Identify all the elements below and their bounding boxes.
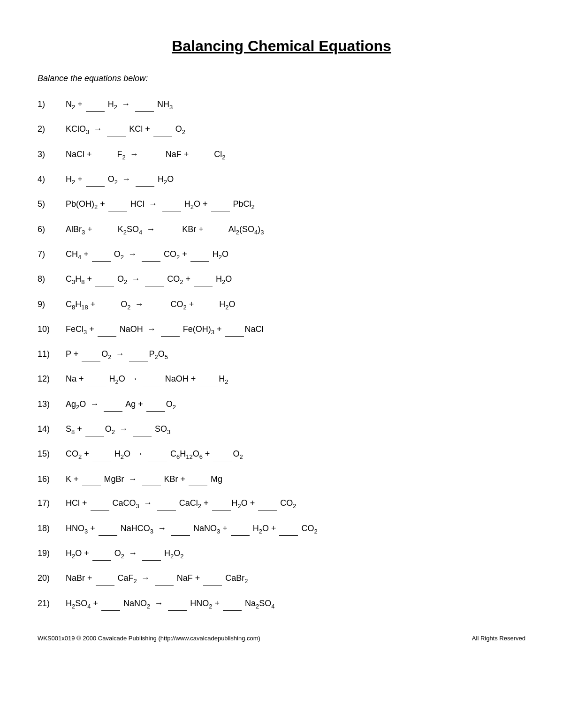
equation-number: 10) [38,323,66,336]
equation-number: 9) [38,298,66,311]
footer-right: All Rights Reserved [472,635,525,642]
equation-item: 13)Ag2O → Ag + O2 [38,398,525,412]
equation-content: NaCl + F2 → NaF + Cl2 [66,148,226,162]
equation-content: Pb(OH)2 + HCl → H2O + PbCl2 [66,197,255,212]
equation-item: 21)H2SO4 + NaNO2 → HNO2 + Na2SO4 [38,597,525,611]
equation-number: 17) [38,496,66,510]
equation-number: 5) [38,197,66,211]
equation-number: 2) [38,122,66,136]
page-title: Balancing Chemical Equations [38,38,525,55]
equation-number: 19) [38,547,66,560]
equation-number: 3) [38,148,66,161]
equation-content: P + O2 → P2O5 [66,347,168,362]
equation-content: CH4 + O2 → CO2 + H2O [66,248,228,262]
equation-number: 15) [38,447,66,461]
subtitle: Balance the equations below: [38,74,525,83]
equation-item: 8)C3H8 + O2 → CO2 + H2O [38,272,525,287]
equation-number: 1) [38,98,66,111]
equation-item: 14)S8 + O2 → SO3 [38,422,525,437]
equation-item: 11)P + O2 → P2O5 [38,347,525,362]
equation-number: 13) [38,398,66,411]
equation-item: 6)AlBr3 + K2SO4 → KBr + Al2(SO4)3 [38,223,525,237]
equation-content: NaBr + CaF2 → NaF + CaBr2 [66,571,248,586]
equation-number: 21) [38,597,66,610]
equation-item: 4)H2 + O2 → H2O [38,173,525,187]
equation-content: S8 + O2 → SO3 [66,422,170,437]
page-container: Balancing Chemical Equations Balance the… [38,38,525,642]
equation-number: 7) [38,248,66,261]
equation-content: H2 + O2 → H2O [66,173,174,187]
equation-number: 4) [38,173,66,186]
equation-content: AlBr3 + K2SO4 → KBr + Al2(SO4)3 [66,223,264,237]
equation-content: K + MgBr → KBr + Mg [66,473,222,487]
equation-number: 12) [38,372,66,386]
equation-content: KClO3 → KCl + O2 [66,122,185,137]
equation-item: 19)H2O + O2 → H2O2 [38,547,525,561]
equation-number: 14) [38,422,66,436]
equation-item: 18)HNO3 + NaHCO3 → NaNO3 + H2O + CO2 [38,522,525,536]
equation-item: 16)K + MgBr → KBr + Mg [38,473,525,487]
equation-content: C8H18 + O2 → CO2 + H2O [66,298,235,312]
equation-content: Ag2O → Ag + O2 [66,398,176,412]
equation-content: N2 + H2 → NH3 [66,98,173,112]
equation-item: 1)N2 + H2 → NH3 [38,98,525,112]
equation-item: 20)NaBr + CaF2 → NaF + CaBr2 [38,571,525,586]
equation-item: 5)Pb(OH)2 + HCl → H2O + PbCl2 [38,197,525,212]
footer: WKS001x019 © 2000 Cavalcade Publishing (… [38,635,525,642]
equation-number: 16) [38,473,66,486]
equation-number: 6) [38,223,66,236]
equation-content: C3H8 + O2 → CO2 + H2O [66,272,232,287]
equation-item: 10)FeCl3 + NaOH → Fe(OH)3 + NaCl [38,323,525,337]
equation-item: 3)NaCl + F2 → NaF + Cl2 [38,148,525,162]
equation-content: FeCl3 + NaOH → Fe(OH)3 + NaCl [66,323,264,337]
equation-content: H2SO4 + NaNO2 → HNO2 + Na2SO4 [66,597,274,611]
equation-item: 2)KClO3 → KCl + O2 [38,122,525,137]
equation-item: 15)CO2 + H2O → C6H12O6 + O2 [38,447,525,462]
equation-item: 7)CH4 + O2 → CO2 + H2O [38,248,525,262]
equation-content: CO2 + H2O → C6H12O6 + O2 [66,447,243,462]
equation-content: HNO3 + NaHCO3 → NaNO3 + H2O + CO2 [66,522,318,536]
equation-number: 11) [38,347,66,361]
equation-content: H2O + O2 → H2O2 [66,547,183,561]
equation-number: 8) [38,272,66,286]
footer-left: WKS001x019 © 2000 Cavalcade Publishing (… [38,635,260,642]
equation-number: 20) [38,571,66,585]
equation-content: Na + H2O → NaOH + H2 [66,372,228,387]
equation-item: 12)Na + H2O → NaOH + H2 [38,372,525,387]
equation-content: HCl + CaCO3 → CaCl2 + H2O + CO2 [66,496,297,511]
equation-number: 18) [38,522,66,535]
equations-list: 1)N2 + H2 → NH32)KClO3 → KCl + O23)NaCl … [38,98,525,611]
equation-item: 17)HCl + CaCO3 → CaCl2 + H2O + CO2 [38,496,525,511]
equation-item: 9)C8H18 + O2 → CO2 + H2O [38,298,525,312]
